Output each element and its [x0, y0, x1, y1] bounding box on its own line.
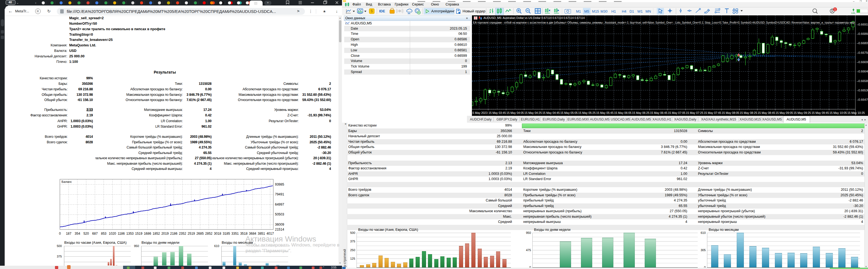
svg-text:1: 1	[834, 8, 836, 11]
svg-text:LVL: LVL	[851, 12, 856, 14]
